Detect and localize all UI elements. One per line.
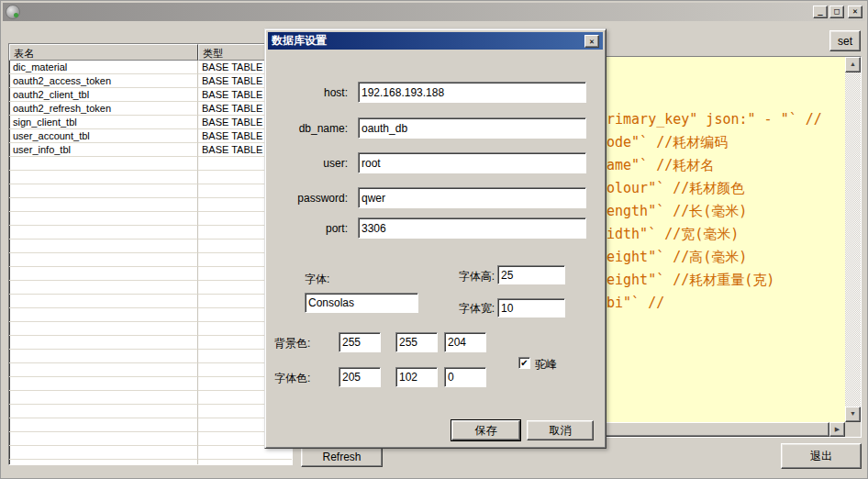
table-cell-name (9, 322, 198, 336)
code-line: ode"` //耗材编码 (606, 131, 845, 154)
database-settings-dialog: 数据库设置 ✕ host: db_name: user: password: p… (264, 28, 606, 449)
table-cell-name (9, 418, 198, 432)
minimize-button[interactable]: _ (813, 6, 828, 18)
bg-color-g-input[interactable] (395, 332, 438, 352)
table-row[interactable] (9, 432, 292, 446)
table-body: dic_materialBASE TABLEoauth2_access_toke… (9, 61, 292, 465)
port-input[interactable] (358, 217, 586, 239)
db-name-input[interactable] (358, 117, 586, 139)
column-header-name[interactable]: 表名 (9, 44, 198, 61)
horizontal-scroll-thumb[interactable] (603, 422, 829, 437)
code-preview-area[interactable]: rimary_key" json:" - "` //ode"` //耗材编码am… (603, 57, 845, 422)
font-label: 字体: (305, 272, 329, 287)
port-label: port: (274, 222, 348, 235)
font-color-g-input[interactable] (395, 367, 438, 387)
save-button[interactable]: 保存 (451, 420, 520, 440)
table-row[interactable] (9, 226, 292, 240)
table-row[interactable] (9, 171, 292, 184)
bg-color-b-input[interactable] (444, 332, 486, 352)
table-row[interactable] (9, 308, 292, 322)
camelcase-label: 驼峰 (535, 357, 557, 373)
main-titlebar[interactable]: _ □ ✕ (3, 3, 865, 21)
dialog-close-icon[interactable]: ✕ (584, 35, 599, 48)
table-row[interactable]: user_info_tblBASE TABLE (9, 143, 292, 157)
table-cell-name (9, 363, 198, 377)
font-width-label: 字体宽: (441, 301, 495, 317)
table-row[interactable] (9, 295, 292, 308)
scrollbar-corner (845, 422, 861, 437)
scroll-up-icon[interactable]: ▲ (845, 57, 861, 72)
table-row[interactable] (9, 377, 292, 391)
table-row[interactable]: oauth2_client_tblBASE TABLE (9, 88, 292, 102)
host-input[interactable] (358, 82, 586, 103)
scroll-down-icon[interactable]: ▼ (845, 407, 861, 422)
table-cell-name: dic_material (9, 61, 198, 74)
camelcase-checkbox[interactable]: ✔ (518, 357, 530, 369)
table-row[interactable] (9, 281, 292, 295)
table-row[interactable]: dic_materialBASE TABLE (9, 61, 292, 74)
dialog-titlebar[interactable]: 数据库设置 ✕ (268, 32, 603, 50)
table-cell-name (9, 212, 198, 226)
table-row[interactable] (9, 253, 292, 267)
table-row[interactable] (9, 350, 292, 363)
table-cell-name (9, 253, 198, 267)
table-cell-name (9, 157, 198, 171)
table-cell-name (9, 295, 198, 308)
table-cell-name (9, 184, 198, 198)
font-width-input[interactable] (497, 298, 565, 317)
code-panel: rimary_key" json:" - "` //ode"` //耗材编码am… (602, 56, 862, 438)
table-row[interactable] (9, 446, 292, 460)
set-button[interactable]: set (829, 30, 861, 51)
exit-button[interactable]: 退出 (781, 443, 862, 469)
table-cell-name: oauth2_access_token (9, 74, 198, 88)
table-row[interactable]: oauth2_refresh_tokenBASE TABLE (9, 102, 292, 116)
code-line: ame"` //耗材名 (606, 154, 845, 177)
table-row[interactable] (9, 184, 292, 198)
font-input[interactable] (305, 293, 418, 313)
user-input[interactable] (358, 152, 586, 173)
table-row[interactable] (9, 198, 292, 212)
table-row[interactable] (9, 240, 292, 253)
table-row[interactable] (9, 267, 292, 281)
table-row[interactable] (9, 418, 292, 432)
table-cell-name (9, 308, 198, 322)
font-color-r-input[interactable] (339, 367, 381, 387)
user-label: user: (274, 157, 348, 170)
font-height-input[interactable] (497, 265, 565, 284)
app-icon (6, 5, 20, 19)
refresh-button[interactable]: Refresh (301, 446, 383, 467)
close-button[interactable]: ✕ (848, 6, 862, 18)
bg-color-r-input[interactable] (339, 332, 381, 352)
table-row[interactable]: oauth2_access_tokenBASE TABLE (9, 74, 292, 88)
cancel-button[interactable]: 取消 (527, 420, 594, 440)
font-color-b-input[interactable] (444, 367, 486, 387)
table-row[interactable] (9, 391, 292, 405)
font-color-label: 字体色: (274, 371, 310, 386)
table-header-row: 表名 类型 (9, 44, 292, 61)
table-row[interactable] (9, 157, 292, 171)
password-label: password: (274, 192, 348, 205)
table-cell-name (9, 198, 198, 212)
table-row[interactable] (9, 405, 292, 418)
table-cell-name (9, 432, 198, 446)
table-row[interactable] (9, 322, 292, 336)
table-row[interactable] (9, 212, 292, 226)
horizontal-scrollbar[interactable]: ▶ (603, 422, 845, 437)
table-cell-name (9, 405, 198, 418)
table-row[interactable]: sign_client_tblBASE TABLE (9, 116, 292, 129)
table-cell-name (9, 391, 198, 405)
maximize-button[interactable]: □ (829, 6, 844, 18)
db-name-label: db_name: (274, 122, 348, 135)
table-cell-name: user_account_tbl (9, 129, 198, 143)
code-line: idth"` //宽(毫米) (606, 223, 845, 246)
bg-color-label: 背景色: (274, 336, 310, 351)
table-row[interactable] (9, 363, 292, 377)
password-input[interactable] (358, 187, 586, 208)
table-row[interactable]: user_account_tblBASE TABLE (9, 129, 292, 143)
vertical-scrollbar[interactable]: ▲ ▼ (845, 57, 861, 422)
vertical-scroll-track[interactable] (845, 72, 861, 407)
table-row[interactable] (9, 460, 292, 465)
scroll-right-icon[interactable]: ▶ (829, 422, 845, 437)
code-line: eight"` //耗材重量(克) (606, 269, 845, 292)
table-row[interactable] (9, 336, 292, 350)
